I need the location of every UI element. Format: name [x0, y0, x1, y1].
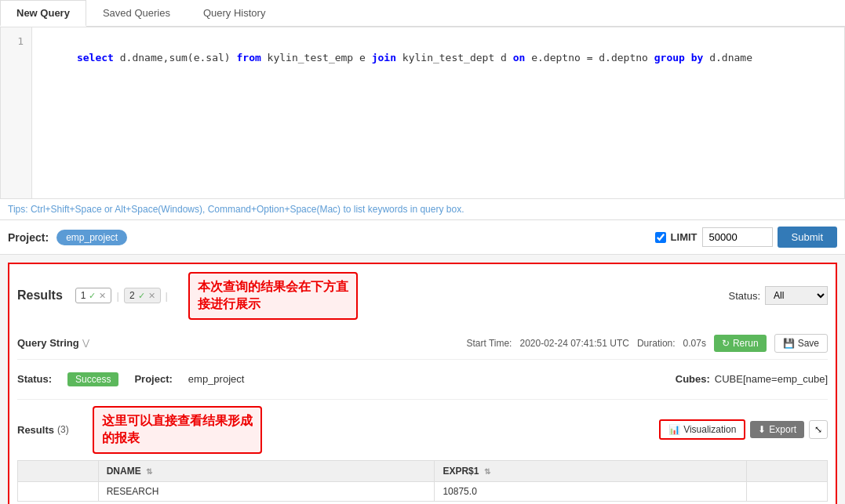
pipe-2: | — [166, 290, 168, 302]
results-header: Results 1 ✓ ✕ | 2 ✓ ✕ | 本次查询的结果会在下方直 接进行… — [17, 272, 828, 320]
kw-by: by — [691, 52, 704, 63]
table-header-empty — [18, 460, 99, 481]
result-tab-1[interactable]: 1 ✓ ✕ — [75, 288, 112, 303]
tab1-num: 1 — [81, 290, 86, 301]
timing-info: Start Time: 2020-02-24 07:41:51 UTC Dura… — [466, 334, 828, 353]
rerun-label: Rerun — [733, 338, 759, 349]
tab-saved-queries[interactable]: Saved Queries — [86, 0, 187, 26]
meta-project-label: Project: — [134, 373, 172, 385]
annotation-text-1-line2: 接进行展示 — [198, 296, 348, 313]
export-label: Export — [769, 424, 796, 435]
close-tab-2-icon[interactable]: ✕ — [148, 291, 155, 301]
status-badge: Success — [67, 372, 118, 386]
sort-dname-icon[interactable]: ⇅ — [146, 467, 152, 476]
export-icon: ⬇ — [758, 424, 766, 435]
query-string-label[interactable]: Query String — [17, 337, 79, 349]
pipe-1: | — [116, 290, 118, 302]
cubes-label: Cubes: — [676, 373, 710, 385]
table-header-dname[interactable]: DNAME ⇅ — [98, 460, 435, 481]
close-tab-1-icon[interactable]: ✕ — [99, 291, 106, 301]
save-icon: 💾 — [783, 338, 795, 349]
kw-select: select — [77, 52, 114, 63]
code-editor[interactable]: 1 select d.dname,sum(e.sal) from kylin_t… — [0, 27, 845, 199]
check-icon-2: ✓ — [138, 291, 145, 301]
expand-icon: ⤡ — [814, 424, 822, 435]
sort-expr1-icon[interactable]: ⇅ — [484, 467, 490, 476]
limit-checkbox[interactable] — [655, 232, 666, 243]
save-label: Save — [798, 338, 819, 349]
check-icon-1: ✓ — [89, 291, 96, 301]
chart-icon: 📊 — [668, 424, 680, 435]
project-badge[interactable]: emp_project — [56, 230, 127, 245]
cell-expr1: 10875.0 — [435, 481, 747, 501]
results-actions: 📊 Visualization ⬇ Export ⤡ — [659, 419, 828, 440]
line-number-1: 1 — [17, 35, 24, 47]
cubes-value: CUBE[name=emp_cube] — [715, 373, 828, 385]
query-meta: Status: Success Project: emp_project Cub… — [17, 366, 828, 393]
kw-group: group — [654, 52, 685, 63]
line-numbers: 1 — [1, 27, 32, 198]
project-row: Project: emp_project LIMIT Submit — [0, 220, 845, 255]
cell-extra — [747, 481, 828, 501]
results-sub-header: Results (3) 这里可以直接查看结果形成 的报表 📊 Visualiza… — [17, 399, 828, 460]
annotation-text-2-line2: 的报表 — [102, 430, 253, 447]
export-button[interactable]: ⬇ Export — [750, 421, 804, 438]
project-label: Project: — [8, 231, 49, 244]
submit-button[interactable]: Submit — [778, 227, 837, 248]
annotation-text-2-line1: 这里可以直接查看结果形成 — [102, 412, 253, 430]
tab2-num: 2 — [129, 290, 135, 301]
query-string-row: Query String ⋁ Start Time: 2020-02-24 07… — [17, 328, 828, 360]
table-row: RESEARCH 10875.0 — [18, 481, 828, 501]
duration-value: 0.07s — [683, 338, 706, 349]
limit-input[interactable] — [702, 227, 773, 247]
save-button[interactable]: 💾 Save — [774, 334, 828, 353]
start-time-value: 2020-02-24 07:41:51 UTC — [519, 338, 628, 349]
status-group: Status: All Success Failed — [729, 286, 828, 305]
results-sub-title: Results — [17, 424, 54, 436]
meta-project-value: emp_project — [188, 373, 245, 385]
results-count: (3) — [57, 424, 69, 435]
visualization-button[interactable]: 📊 Visualization — [659, 419, 745, 440]
tab-new-query[interactable]: New Query — [0, 0, 86, 27]
annotation-box-2: 这里可以直接查看结果形成 的报表 — [93, 406, 262, 454]
col-dname-label: DNAME — [107, 466, 141, 477]
results-panel: Results 1 ✓ ✕ | 2 ✓ ✕ | 本次查询的结果会在下方直 接进行… — [8, 263, 837, 504]
meta-status-label: Status: — [17, 373, 52, 385]
kw-join: join — [372, 52, 396, 63]
limit-group: LIMIT Submit — [655, 227, 837, 248]
tab-query-history[interactable]: Query History — [187, 0, 282, 26]
editor-container: 1 select d.dname,sum(e.sal) from kylin_t… — [0, 27, 845, 220]
status-select[interactable]: All Success Failed — [765, 286, 828, 305]
expand-button[interactable]: ⤡ — [809, 420, 828, 439]
table-header-extra — [747, 460, 828, 481]
results-table: DNAME ⇅ EXPR$1 ⇅ RESEARCH 10875.0 — [17, 460, 828, 502]
status-label: Status: — [729, 290, 760, 302]
result-tab-2[interactable]: 2 ✓ ✕ — [124, 288, 161, 303]
sql-editor[interactable]: select d.dname,sum(e.sal) from kylin_tes… — [32, 27, 844, 198]
limit-label: LIMIT — [671, 231, 697, 243]
chevron-down-icon[interactable]: ⋁ — [82, 338, 89, 348]
annotation-text-1-line1: 本次查询的结果会在下方直 — [198, 278, 348, 296]
rerun-button[interactable]: ↻ Rerun — [714, 335, 767, 352]
rerun-icon: ↻ — [722, 338, 730, 349]
vis-label: Visualization — [683, 424, 736, 435]
tab-bar: New Query Saved Queries Query History — [0, 0, 845, 27]
cell-dname: RESEARCH — [98, 481, 435, 501]
row-index — [18, 481, 99, 501]
cubes-info: Cubes: CUBE[name=emp_cube] — [676, 373, 828, 385]
start-time-label: Start Time: — [466, 338, 512, 349]
kw-on: on — [513, 52, 526, 63]
table-header-expr1[interactable]: EXPR$1 ⇅ — [435, 460, 747, 481]
editor-tips: Tips: Ctrl+Shift+Space or Alt+Space(Wind… — [0, 199, 845, 219]
col-expr1-label: EXPR$1 — [443, 466, 479, 477]
annotation-box-1: 本次查询的结果会在下方直 接进行展示 — [188, 272, 358, 320]
results-title: Results — [17, 288, 63, 303]
table-header-row: DNAME ⇅ EXPR$1 ⇅ — [18, 460, 828, 481]
kw-from: from — [236, 52, 260, 63]
duration-label: Duration: — [637, 338, 676, 349]
